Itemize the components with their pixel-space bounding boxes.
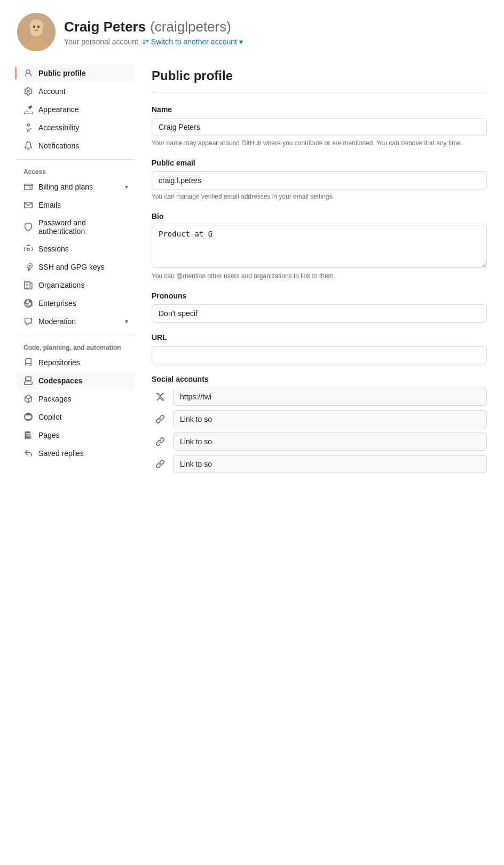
sidebar-divider-1 <box>17 159 135 160</box>
sidebar-item-notifications[interactable]: Notifications <box>17 137 135 155</box>
social-link-input-1[interactable] <box>173 410 487 428</box>
comment-icon <box>23 317 33 326</box>
person-icon <box>23 68 33 78</box>
social-link-input-2[interactable] <box>173 433 487 451</box>
credit-card-icon <box>23 182 33 192</box>
sidebar: Public profile Account <box>17 64 135 865</box>
switch-account-link[interactable]: ⇄ Switch to another account ▾ <box>143 37 243 46</box>
key-icon <box>23 262 33 272</box>
organization-icon <box>23 280 33 290</box>
sidebar-item-emails[interactable]: Emails <box>17 196 135 214</box>
sidebar-label-notifications: Notifications <box>38 141 128 150</box>
user-name-row: Craig Peters (craiglpeters) <box>64 19 243 35</box>
social-row-link-3 <box>152 455 487 473</box>
codespaces-icon <box>23 376 33 386</box>
reply-icon <box>23 449 33 458</box>
sidebar-item-moderation[interactable]: Moderation ▾ <box>17 312 135 331</box>
email-label: Public email <box>152 159 487 167</box>
sidebar-label-copilot: Copilot <box>38 413 128 421</box>
sidebar-item-organizations[interactable]: Organizations <box>17 276 135 294</box>
sidebar-label-enterprises: Enterprises <box>38 299 128 308</box>
sidebar-item-enterprises[interactable]: Enterprises <box>17 294 135 312</box>
paintbrush-icon <box>23 105 33 114</box>
sidebar-item-copilot[interactable]: Copilot <box>17 408 135 426</box>
social-row-twitter <box>152 388 487 406</box>
pages-icon <box>23 430 33 440</box>
sidebar-label-password: Password and authentication <box>38 218 128 235</box>
sidebar-item-ssh-gpg[interactable]: SSH and GPG keys <box>17 258 135 276</box>
main-layout: Public profile Account <box>0 64 504 865</box>
user-header: Craig Peters (craiglpeters) Your persona… <box>0 0 504 64</box>
sidebar-item-repositories[interactable]: Repositories <box>17 353 135 372</box>
sidebar-label-codespaces: Codespaces <box>38 376 128 385</box>
sidebar-item-public-profile[interactable]: Public profile <box>17 64 135 82</box>
sidebar-label-account: Account <box>38 87 128 96</box>
sidebar-label-packages: Packages <box>38 395 128 403</box>
pronouns-input[interactable] <box>152 304 487 323</box>
link-icon-3 <box>152 455 169 473</box>
sidebar-item-billing[interactable]: Billing and plans ▾ <box>17 178 135 196</box>
bell-icon <box>23 141 33 151</box>
sidebar-label-accessibility: Accessibility <box>38 123 128 132</box>
sidebar-item-codespaces[interactable]: Codespaces <box>17 372 135 390</box>
chevron-down-icon: ▾ <box>125 183 128 191</box>
page-title: Public profile <box>152 68 487 92</box>
sidebar-item-password[interactable]: Password and authentication <box>17 214 135 240</box>
twitter-input[interactable] <box>173 388 487 406</box>
sidebar-label-ssh-gpg: SSH and GPG keys <box>38 263 128 271</box>
social-link-input-3[interactable] <box>173 455 487 473</box>
name-input[interactable] <box>152 118 487 136</box>
social-accounts-label: Social accounts <box>152 375 487 383</box>
user-display-name: Craig Peters <box>64 19 146 35</box>
sidebar-item-accessibility[interactable]: Accessibility <box>17 119 135 137</box>
sidebar-item-appearance[interactable]: Appearance <box>17 100 135 119</box>
mail-icon <box>23 200 33 210</box>
name-label: Name <box>152 105 487 114</box>
social-accounts-group: Social accounts <box>152 375 487 473</box>
sidebar-item-saved-replies[interactable]: Saved replies <box>17 444 135 462</box>
bio-hint: You can @mention other users and organiz… <box>152 271 487 281</box>
switch-arrows-icon: ⇄ <box>143 37 149 46</box>
user-info: Craig Peters (craiglpeters) Your persona… <box>64 19 243 46</box>
avatar-image <box>17 13 56 51</box>
sidebar-label-billing: Billing and plans <box>38 183 120 191</box>
sidebar-label-repositories: Repositories <box>38 358 128 367</box>
email-hint: You can manage verified email addresses … <box>152 192 487 201</box>
bio-input[interactable]: Product at G <box>152 225 487 268</box>
social-row-link-1 <box>152 410 487 428</box>
bio-label: Bio <box>152 212 487 221</box>
page-container: Craig Peters (craiglpeters) Your persona… <box>0 0 504 865</box>
shield-icon <box>23 222 33 232</box>
email-field-group: Public email You can manage verified ema… <box>152 159 487 201</box>
globe-icon <box>23 298 33 308</box>
section-code-label: Code, planning, and automation <box>17 340 135 353</box>
personal-account-label: Your personal account <box>64 37 138 46</box>
email-input[interactable] <box>152 171 487 190</box>
sidebar-label-moderation: Moderation <box>38 317 120 326</box>
url-label: URL <box>152 333 487 342</box>
svg-point-5 <box>37 26 40 28</box>
sidebar-label-sessions: Sessions <box>38 245 128 253</box>
link-icon-1 <box>152 411 169 428</box>
gear-icon <box>23 86 33 96</box>
pronouns-label: Pronouns <box>152 292 487 300</box>
repo-icon <box>23 358 33 367</box>
social-row-link-2 <box>152 433 487 451</box>
sidebar-divider-2 <box>17 335 135 335</box>
bio-field-group: Bio Product at G You can @mention other … <box>152 212 487 281</box>
sidebar-label-organizations: Organizations <box>38 281 128 289</box>
svg-point-4 <box>33 26 35 28</box>
sidebar-label-emails: Emails <box>38 201 128 209</box>
broadcast-icon <box>23 244 33 254</box>
package-icon <box>23 394 33 404</box>
url-input[interactable] <box>152 346 487 364</box>
user-login: (craiglpeters) <box>150 19 231 35</box>
section-access-label: Access <box>17 164 135 178</box>
sidebar-item-sessions[interactable]: Sessions <box>17 240 135 258</box>
sidebar-item-pages[interactable]: Pages <box>17 426 135 444</box>
name-field-group: Name Your name may appear around GitHub … <box>152 105 487 148</box>
sidebar-item-packages[interactable]: Packages <box>17 390 135 408</box>
sidebar-nav: Public profile Account <box>17 64 135 462</box>
sidebar-item-account[interactable]: Account <box>17 82 135 100</box>
avatar <box>17 13 56 51</box>
